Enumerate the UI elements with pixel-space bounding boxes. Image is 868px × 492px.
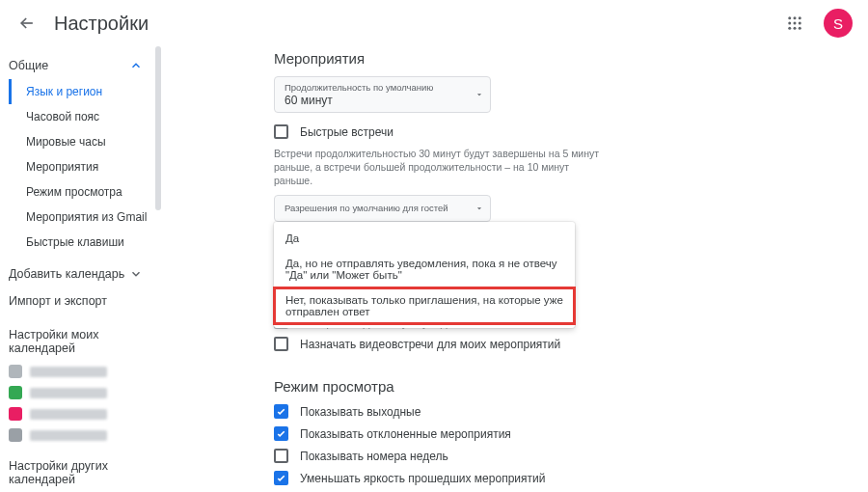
svg-point-8	[799, 27, 801, 30]
caret-down-icon	[475, 204, 484, 213]
checkbox-icon	[274, 449, 288, 463]
sidebar-group-label: Общие	[9, 59, 129, 72]
section-events: Мероприятия Продолжительность по умолчан…	[274, 50, 868, 351]
section-title: Режим просмотра	[274, 378, 868, 395]
helper-text: Встречи продолжительностью 30 минут буду…	[274, 147, 602, 187]
sidebar-scrollbar[interactable]	[152, 46, 168, 492]
calendar-entry[interactable]	[0, 361, 152, 382]
section-view-mode: Режим просмотра Показывать выходные Пока…	[274, 378, 868, 492]
select-default-duration[interactable]: Продолжительность по умолчанию 60 минут	[274, 76, 491, 113]
svg-point-3	[788, 22, 791, 25]
checkbox-dim-past[interactable]: Уменьшать яркость прошедших мероприятий	[274, 471, 868, 485]
svg-point-0	[788, 16, 791, 19]
dropdown-option[interactable]: Да	[274, 226, 575, 251]
svg-point-6	[788, 27, 791, 30]
back-icon[interactable]	[15, 12, 39, 35]
settings-sidebar: Общие Язык и регион Часовой пояс Мировые…	[0, 46, 152, 492]
sidebar-item-world-clock[interactable]: Мировые часы	[9, 129, 152, 154]
checkbox-icon	[274, 404, 288, 419]
svg-point-2	[799, 16, 801, 19]
svg-point-1	[794, 16, 797, 19]
chevron-down-icon	[129, 267, 143, 281]
checkbox-label: Показывать выходные	[300, 405, 420, 419]
calendar-entry[interactable]	[0, 403, 152, 424]
calendar-entry[interactable]	[0, 382, 152, 403]
select-guest-permissions[interactable]: Разрешения по умолчанию для гостей	[274, 195, 491, 222]
section-title: Мероприятия	[274, 50, 868, 67]
sidebar-item-timezone[interactable]: Часовой пояс	[9, 104, 152, 129]
sidebar-item-shortcuts[interactable]: Быстрые клавиши	[9, 230, 152, 255]
checkbox-show-weekends[interactable]: Показывать выходные	[274, 404, 868, 419]
dropdown-option[interactable]: Нет, показывать только приглашения, на к…	[274, 287, 575, 324]
checkbox-label: Показывать отклоненные мероприятия	[300, 427, 511, 441]
checkbox-icon	[274, 471, 288, 485]
sidebar-group-import-export[interactable]: Импорт и экспорт	[0, 287, 152, 314]
settings-content: Мероприятия Продолжительность по умолчан…	[168, 46, 868, 492]
svg-point-4	[794, 22, 797, 25]
sidebar-item-gmail-events[interactable]: Мероприятия из Gmail	[9, 205, 152, 230]
sidebar-item-events[interactable]: Мероприятия	[9, 154, 152, 179]
checkbox-label: Уменьшать яркость прошедших мероприятий	[300, 472, 545, 485]
select-value: 60 минут	[285, 94, 482, 108]
select-label: Продолжительность по умолчанию	[285, 82, 482, 94]
checkbox-show-week-numbers[interactable]: Показывать номера недель	[274, 449, 868, 463]
sidebar-group-add-calendar[interactable]: Добавить календарь	[0, 260, 152, 287]
calendar-entry[interactable]	[0, 424, 152, 446]
select-label: Разрешения по умолчанию для гостей	[285, 203, 482, 214]
page-title: Настройки	[54, 13, 149, 35]
dropdown-option[interactable]: Да, но не отправлять уведомления, пока я…	[274, 251, 575, 287]
svg-point-7	[794, 27, 797, 30]
checkbox-assign-video[interactable]: Назначать видеовстречи для моих мероприя…	[274, 337, 868, 351]
sidebar-item-view-mode[interactable]: Режим просмотра	[9, 179, 152, 205]
checkbox-label: Назначать видеовстречи для моих мероприя…	[300, 338, 560, 351]
checkbox-icon	[274, 426, 288, 441]
sidebar-group-label: Добавить календарь	[9, 267, 129, 281]
apps-icon[interactable]	[783, 12, 806, 35]
checkbox-icon	[274, 124, 288, 139]
svg-point-5	[799, 22, 801, 25]
avatar[interactable]: S	[824, 9, 853, 38]
sidebar-group-label: Импорт и экспорт	[9, 294, 143, 308]
checkbox-label: Показывать номера недель	[300, 450, 448, 463]
caret-down-icon	[475, 90, 484, 99]
checkbox-label: Быстрые встречи	[300, 125, 393, 139]
dropdown-panel: Да Да, но не отправлять уведомления, пок…	[274, 222, 575, 328]
sidebar-heading-other-calendars: Настройки других календарей	[0, 446, 152, 492]
checkbox-show-declined[interactable]: Показывать отклоненные мероприятия	[274, 426, 868, 441]
checkbox-icon	[274, 337, 288, 351]
chevron-up-icon	[129, 59, 143, 72]
sidebar-item-language-region[interactable]: Язык и регион	[9, 79, 152, 104]
sidebar-heading-my-calendars: Настройки моих календарей	[0, 314, 152, 361]
sidebar-group-general[interactable]: Общие	[0, 52, 152, 79]
checkbox-speedy-meetings[interactable]: Быстрые встречи	[274, 124, 868, 139]
app-header: Настройки S	[0, 0, 868, 46]
